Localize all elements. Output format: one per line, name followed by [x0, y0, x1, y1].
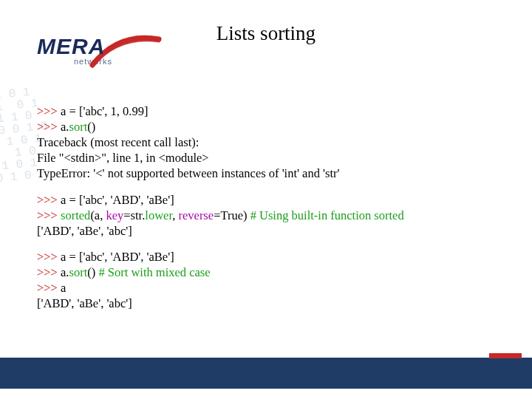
code-line: >>> a = ['abc', 'ABD', 'aBe']: [37, 249, 510, 265]
code-text: ", line 1, in: [101, 151, 158, 165]
code-text: a.: [58, 265, 69, 279]
prompt: >>>: [37, 120, 58, 134]
code-content: >>> a = ['abc', 1, 0.99] >>> a.sort() Tr…: [37, 103, 510, 321]
code-text: a = ['abc', 'ABD', 'aBe']: [58, 193, 174, 207]
output-line: ['ABD', 'aBe', 'abc']: [37, 296, 510, 311]
code-block-1: >>> a = ['abc', 1, 0.99] >>> a.sort() Tr…: [37, 103, 510, 182]
code-line: >>> a.sort(): [37, 119, 510, 134]
func-name: sort: [69, 265, 88, 279]
code-block-2: >>> a = ['abc', 'ABD', 'aBe'] >>> sorted…: [37, 192, 510, 239]
func-name: sorted: [61, 208, 90, 222]
prompt: >>>: [37, 193, 58, 207]
code-text: a = ['abc', 1, 0.99]: [58, 104, 148, 118]
prompt: >>>: [37, 104, 58, 118]
code-text: (a,: [90, 208, 106, 222]
code-line: >>> a = ['abc', 'ABD', 'aBe']: [37, 192, 510, 208]
comment: # Sort with mixed case: [98, 265, 210, 279]
slide: 0 1 0 1 1 0 1 0 1 0 1 1 0 1 0 0 1 0 0 1 …: [0, 0, 532, 399]
code-line: >>> a.sort() # Sort with mixed case: [37, 265, 510, 280]
prompt: >>>: [37, 281, 58, 295]
code-text: =True): [214, 208, 250, 222]
code-text: (): [87, 265, 98, 279]
code-text: a.: [58, 120, 69, 134]
page-title: Lists sorting: [0, 22, 532, 45]
traceback-line: Traceback (most recent call last):: [37, 134, 510, 150]
prompt: >>>: [37, 208, 58, 222]
traceback-line: TypeError: '<' not supported between ins…: [37, 166, 510, 181]
comment: # Using built-in function sorted: [250, 208, 404, 222]
footer: [0, 358, 532, 389]
kwarg: reverse: [178, 208, 214, 222]
code-text: <module>: [159, 151, 209, 165]
code-block-3: >>> a = ['abc', 'ABD', 'aBe'] >>> a.sort…: [37, 249, 510, 311]
code-line: >>> a: [37, 280, 510, 296]
func-name: sort: [69, 120, 88, 134]
prompt: >>>: [37, 250, 58, 264]
code-text: File ": [37, 151, 64, 165]
prompt: >>>: [37, 265, 58, 279]
code-text: a: [58, 281, 66, 295]
footer-bar: [0, 358, 532, 389]
code-text: (): [87, 120, 95, 134]
traceback-line: File "<stdin>", line 1, in <module>: [37, 150, 510, 166]
output-line: ['ABD', 'aBe', 'abc']: [37, 223, 510, 239]
code-text: <stdin>: [64, 151, 102, 165]
code-text: =str.: [123, 208, 145, 222]
code-text: a = ['abc', 'ABD', 'aBe']: [58, 250, 174, 264]
func-name: lower: [145, 208, 172, 222]
kwarg: key: [106, 208, 123, 222]
code-line: >>> a = ['abc', 1, 0.99]: [37, 103, 510, 119]
code-line: >>> sorted(a, key=str.lower, reverse=Tru…: [37, 208, 510, 223]
footer-accent: [489, 353, 522, 358]
